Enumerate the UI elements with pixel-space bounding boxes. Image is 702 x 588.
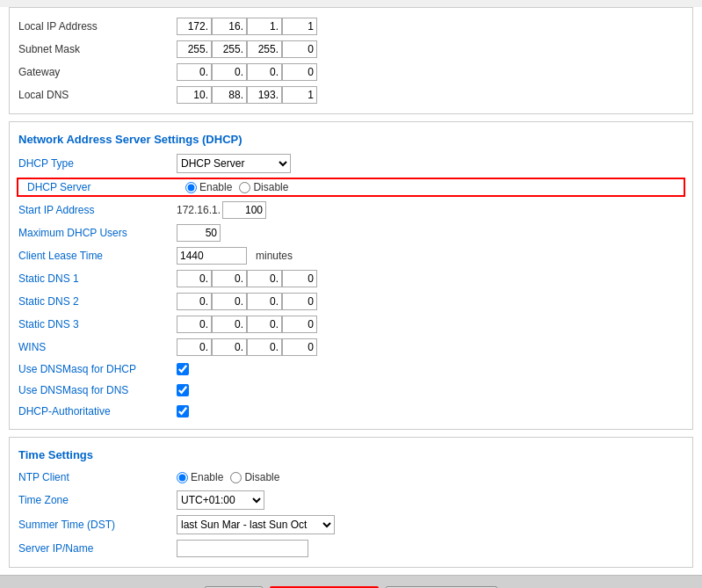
start-ip-suffix[interactable] bbox=[222, 201, 266, 219]
dns2-3[interactable] bbox=[247, 293, 282, 310]
ntp-enable-text: Enable bbox=[191, 471, 223, 483]
dns1-3[interactable] bbox=[247, 270, 282, 287]
lease-time-row: Client Lease Time minutes bbox=[10, 244, 692, 267]
ntp-disable-label[interactable]: Disable bbox=[230, 471, 279, 483]
time-section: Time Settings NTP Client Enable Disable … bbox=[9, 437, 693, 568]
dhcp-auth-checkbox[interactable] bbox=[177, 405, 189, 417]
timezone-select[interactable]: UTC+01:00 bbox=[177, 490, 264, 510]
static-dns3-inputs bbox=[177, 316, 317, 333]
wins-3[interactable] bbox=[247, 338, 282, 356]
ntp-radio-group: Enable Disable bbox=[177, 471, 279, 483]
static-dns2-label: Static DNS 2 bbox=[18, 295, 177, 308]
static-dns2-row: Static DNS 2 bbox=[10, 290, 692, 313]
dnsmasq-dhcp-label: Use DNSMasq for DHCP bbox=[18, 363, 177, 375]
dhcp-auth-label: DHCP-Authoritative bbox=[18, 405, 177, 417]
gateway-row: Gateway bbox=[10, 61, 692, 83]
ntp-row: NTP Client Enable Disable bbox=[10, 467, 692, 488]
wins-2[interactable] bbox=[212, 338, 247, 356]
dst-select[interactable]: last Sun Mar - last Sun Oct bbox=[177, 515, 335, 534]
dns1-2[interactable] bbox=[212, 270, 247, 287]
timezone-row: Time Zone UTC+01:00 bbox=[10, 488, 692, 512]
dhcp-server-row: DHCP Server Enable Disable bbox=[17, 178, 685, 197]
dns3-3[interactable] bbox=[247, 316, 282, 333]
dst-row: Summer Time (DST) last Sun Mar - last Su… bbox=[10, 512, 692, 537]
dhcp-section-title: Network Address Server Settings (DHCP) bbox=[10, 129, 692, 151]
dhcp-enable-label[interactable]: Enable bbox=[185, 181, 232, 193]
dhcp-type-row: DHCP Type DHCP Server bbox=[10, 151, 692, 176]
local-dns-row: Local DNS bbox=[10, 83, 692, 106]
local-dns-label: Local DNS bbox=[18, 89, 177, 101]
local-ip-4[interactable] bbox=[282, 18, 317, 35]
local-ip-inputs bbox=[177, 18, 317, 35]
lease-time-input[interactable] bbox=[177, 247, 247, 265]
dhcp-type-label: DHCP Type bbox=[18, 157, 177, 170]
gateway-1[interactable] bbox=[177, 63, 212, 81]
dnsmasq-dhcp-row: Use DNSMasq for DHCP bbox=[10, 359, 692, 380]
subnet-1[interactable] bbox=[177, 40, 212, 58]
subnet-2[interactable] bbox=[212, 40, 247, 58]
dnsmasq-dhcp-checkbox[interactable] bbox=[177, 363, 189, 375]
dns3-2[interactable] bbox=[212, 316, 247, 333]
start-ip-row: Start IP Address 172.16.1. bbox=[10, 199, 692, 221]
dns3-1[interactable] bbox=[177, 316, 212, 333]
server-ip-row: Server IP/Name bbox=[10, 537, 692, 560]
ntp-enable-label[interactable]: Enable bbox=[177, 471, 223, 483]
dhcp-enable-radio[interactable] bbox=[185, 182, 197, 193]
ntp-enable-radio[interactable] bbox=[177, 472, 188, 483]
gateway-3[interactable] bbox=[247, 63, 282, 81]
static-dns1-row: Static DNS 1 bbox=[10, 267, 692, 290]
minutes-label: minutes bbox=[256, 250, 293, 262]
subnet-row: Subnet Mask bbox=[10, 38, 692, 61]
max-users-label: Maximum DHCP Users bbox=[18, 227, 177, 239]
lease-time-label: Client Lease Time bbox=[18, 250, 177, 262]
timezone-label: Time Zone bbox=[18, 494, 177, 506]
dnsmasq-dns-label: Use DNSMasq for DNS bbox=[18, 384, 177, 396]
dhcp-disable-label[interactable]: Disable bbox=[239, 181, 288, 193]
dns2-2[interactable] bbox=[212, 293, 247, 310]
static-dns1-inputs bbox=[177, 270, 317, 287]
wins-4[interactable] bbox=[282, 338, 317, 356]
subnet-4[interactable] bbox=[282, 40, 317, 58]
wins-row: WINS bbox=[10, 336, 692, 359]
gateway-2[interactable] bbox=[212, 63, 247, 81]
server-ip-label: Server IP/Name bbox=[18, 542, 177, 555]
ntp-disable-radio[interactable] bbox=[230, 472, 242, 483]
dhcp-enable-text: Enable bbox=[199, 181, 232, 193]
subnet-label: Subnet Mask bbox=[18, 43, 177, 55]
subnet-inputs bbox=[177, 40, 317, 58]
dhcp-disable-radio[interactable] bbox=[239, 182, 250, 193]
max-users-row: Maximum DHCP Users bbox=[10, 221, 692, 244]
dns2-4[interactable] bbox=[282, 293, 317, 310]
dhcp-server-radio-group: Enable Disable bbox=[185, 181, 288, 193]
static-dns3-label: Static DNS 3 bbox=[18, 318, 177, 330]
local-dns-2[interactable] bbox=[212, 86, 247, 104]
local-dns-1[interactable] bbox=[177, 86, 212, 104]
gateway-4[interactable] bbox=[282, 63, 317, 81]
dhcp-section: Network Address Server Settings (DHCP) D… bbox=[9, 121, 693, 430]
dns1-4[interactable] bbox=[282, 270, 317, 287]
dns2-1[interactable] bbox=[177, 293, 212, 310]
local-ip-2[interactable] bbox=[212, 18, 247, 35]
local-dns-3[interactable] bbox=[247, 86, 282, 104]
local-dns-inputs bbox=[177, 86, 317, 104]
dnsmasq-dns-checkbox[interactable] bbox=[177, 384, 189, 396]
static-dns2-inputs bbox=[177, 293, 317, 310]
gateway-inputs bbox=[177, 63, 317, 81]
max-users-input[interactable] bbox=[177, 224, 221, 242]
start-ip-group: 172.16.1. bbox=[177, 201, 266, 219]
wins-inputs bbox=[177, 338, 317, 356]
local-ip-1[interactable] bbox=[177, 18, 212, 35]
wins-1[interactable] bbox=[177, 338, 212, 356]
dhcp-type-select[interactable]: DHCP Server bbox=[177, 154, 291, 173]
static-dns1-label: Static DNS 1 bbox=[18, 272, 177, 285]
local-ip-3[interactable] bbox=[247, 18, 282, 35]
local-dns-4[interactable] bbox=[282, 86, 317, 104]
server-ip-input[interactable] bbox=[177, 540, 308, 557]
dhcp-disable-text: Disable bbox=[253, 181, 288, 193]
dhcp-auth-row: DHCP-Authoritative bbox=[10, 401, 692, 422]
start-ip-prefix: 172.16.1. bbox=[177, 204, 221, 216]
subnet-3[interactable] bbox=[247, 40, 282, 58]
ntp-disable-text: Disable bbox=[244, 471, 279, 483]
dns3-4[interactable] bbox=[282, 316, 317, 333]
dns1-1[interactable] bbox=[177, 270, 212, 287]
